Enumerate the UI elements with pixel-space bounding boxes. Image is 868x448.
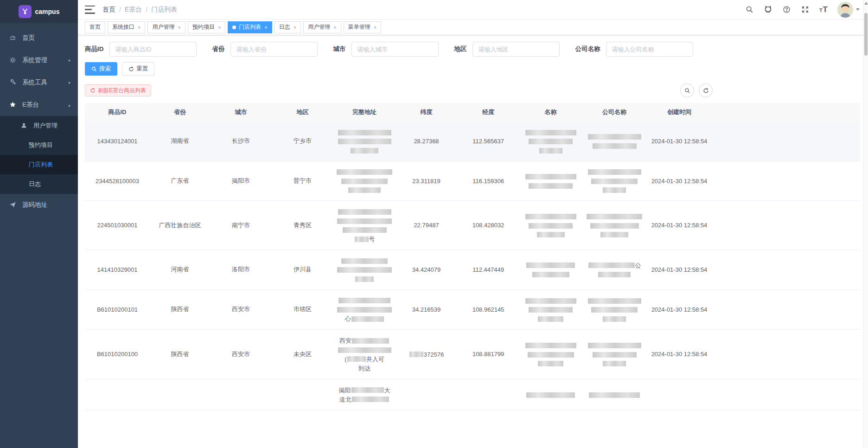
cell-latitude: 23.311819 bbox=[396, 161, 457, 201]
redacted-bar bbox=[538, 316, 563, 322]
close-icon[interactable]: × bbox=[264, 25, 267, 30]
redacted-bar bbox=[532, 272, 569, 277]
tab-logs[interactable]: 日志× bbox=[274, 21, 301, 33]
cell-address-redacted: 西安 (井入可 到达 bbox=[333, 330, 396, 379]
tab-home[interactable]: 首页 bbox=[85, 21, 105, 33]
cell-address-redacted: 揭阳大 道北 bbox=[333, 379, 396, 410]
redacted-bar bbox=[529, 139, 573, 144]
cell-created: 2024-01-30 12:58:54 bbox=[647, 289, 712, 329]
redacted-line bbox=[335, 296, 394, 305]
navbar-actions: TT bbox=[745, 2, 860, 18]
toggle-search-button[interactable] bbox=[680, 83, 694, 97]
refresh-product-list-label: 刷新E茶台商品列表 bbox=[98, 87, 146, 95]
col-company: 公司名称 bbox=[582, 103, 647, 122]
help-icon[interactable] bbox=[782, 5, 791, 14]
tab-menu-management[interactable]: 菜单管理× bbox=[344, 21, 381, 33]
close-icon[interactable]: × bbox=[178, 25, 180, 30]
sidebar-submenu: 用户管理 预约项目 门店列表 日志 bbox=[0, 116, 78, 194]
cell-province: 陕西省 bbox=[150, 289, 210, 329]
col-district: 地区 bbox=[272, 103, 333, 122]
refresh-product-list-button[interactable]: 刷新E茶台商品列表 bbox=[85, 84, 151, 96]
province-input[interactable] bbox=[230, 42, 318, 57]
redacted-bar bbox=[338, 209, 391, 215]
redacted-bar bbox=[591, 307, 638, 313]
search-button-label: 搜索 bbox=[99, 65, 111, 73]
chevron-down-icon: ▾ bbox=[68, 58, 70, 63]
reset-button[interactable]: 重置 bbox=[122, 62, 154, 76]
sidebar-item-echatai[interactable]: E茶台 ▴ bbox=[0, 94, 78, 116]
district-input[interactable] bbox=[472, 42, 560, 57]
sidebar-item-system-tools[interactable]: 系统工具 ▾ bbox=[0, 71, 78, 94]
cell-longitude: 108.428032 bbox=[457, 201, 519, 250]
redacted-line: 号 bbox=[335, 234, 394, 243]
tab-system-api[interactable]: 系统接口× bbox=[108, 21, 145, 33]
hamburger-icon[interactable] bbox=[85, 6, 95, 14]
cell-created bbox=[647, 379, 712, 410]
close-icon[interactable]: × bbox=[374, 25, 377, 30]
cell-name-redacted bbox=[519, 161, 582, 201]
col-name: 名称 bbox=[519, 103, 582, 122]
fullscreen-icon[interactable] bbox=[801, 5, 810, 14]
redacted-line bbox=[584, 350, 645, 359]
col-longitude: 经度 bbox=[457, 103, 519, 122]
sidebar-item-reservation-projects[interactable]: 预约项目 bbox=[0, 135, 78, 155]
redacted-line: 到达 bbox=[335, 364, 394, 373]
redacted-line bbox=[521, 128, 580, 137]
search-icon[interactable] bbox=[745, 5, 754, 14]
field-label: 商品ID bbox=[85, 45, 104, 53]
user-menu[interactable] bbox=[837, 2, 860, 18]
top-navbar: 首页 / E茶台 / 门店列表 TT bbox=[78, 0, 868, 19]
close-icon[interactable]: × bbox=[333, 25, 336, 30]
close-icon[interactable]: × bbox=[218, 25, 221, 30]
tab-store-list[interactable]: 门店列表× bbox=[228, 21, 272, 33]
redacted-line bbox=[521, 137, 580, 146]
breadcrumb-current: 门店列表 bbox=[151, 6, 177, 14]
col-spacer bbox=[712, 103, 860, 122]
cell-spacer bbox=[712, 289, 860, 329]
font-size-icon[interactable]: TT bbox=[819, 5, 828, 14]
close-icon[interactable]: × bbox=[138, 25, 140, 30]
sidebar-item-source-code[interactable]: 源码地址 bbox=[0, 194, 78, 216]
cell-product-id: B61010200101 bbox=[85, 289, 150, 329]
scroll-up-arrow[interactable] bbox=[864, 2, 868, 5]
cell-spacer bbox=[712, 122, 860, 161]
logo-icon bbox=[19, 5, 32, 18]
address-fragment: 西安 bbox=[339, 337, 351, 344]
form-buttons: 搜索 重置 bbox=[85, 62, 860, 76]
breadcrumb-home[interactable]: 首页 bbox=[102, 6, 115, 14]
sidebar-item-system-management[interactable]: 系统管理 ▾ bbox=[0, 49, 78, 71]
redacted-line bbox=[335, 305, 394, 314]
cell-company-redacted: 公 bbox=[582, 250, 647, 290]
scrollbar-thumb[interactable] bbox=[864, 13, 868, 56]
city-input[interactable] bbox=[351, 42, 439, 57]
sidebar-item-logs[interactable]: 日志 bbox=[0, 174, 78, 194]
refresh-table-button[interactable] bbox=[699, 83, 713, 97]
app-logo[interactable]: campus bbox=[0, 0, 78, 23]
sidebar-item-store-list[interactable]: 门店列表 bbox=[0, 155, 78, 174]
tab-label: 菜单管理 bbox=[348, 23, 370, 31]
page-scrollbar[interactable] bbox=[863, 0, 868, 448]
cell-created: 2024-01-30 12:58:54 bbox=[647, 250, 712, 290]
redacted-line bbox=[521, 146, 580, 155]
cell-province: 陕西省 bbox=[150, 330, 210, 379]
tab-reservation-projects[interactable]: 预约项目× bbox=[188, 21, 225, 33]
cell-company-redacted bbox=[582, 122, 647, 161]
redacted-line bbox=[521, 296, 580, 305]
tab-label: 首页 bbox=[89, 23, 101, 31]
redacted-line bbox=[584, 314, 645, 323]
cell-product-id: B61010200100 bbox=[85, 330, 150, 379]
company-input[interactable] bbox=[606, 42, 693, 57]
tab-user-management[interactable]: 用户管理× bbox=[147, 21, 185, 33]
sidebar-item-user-management[interactable]: 用户管理 bbox=[0, 116, 78, 135]
redacted-bar bbox=[538, 361, 563, 366]
github-icon[interactable] bbox=[764, 5, 773, 14]
close-icon[interactable]: × bbox=[294, 25, 296, 30]
product-id-input[interactable] bbox=[109, 42, 197, 57]
tab-user-management-2[interactable]: 用户管理× bbox=[303, 21, 341, 33]
redacted-bar bbox=[603, 361, 626, 366]
tab-label: 用户管理 bbox=[152, 23, 174, 31]
sidebar-item-home[interactable]: 首页 bbox=[0, 27, 78, 49]
search-button[interactable]: 搜索 bbox=[85, 62, 117, 76]
redacted-bar bbox=[343, 227, 387, 233]
active-dot bbox=[232, 26, 236, 29]
